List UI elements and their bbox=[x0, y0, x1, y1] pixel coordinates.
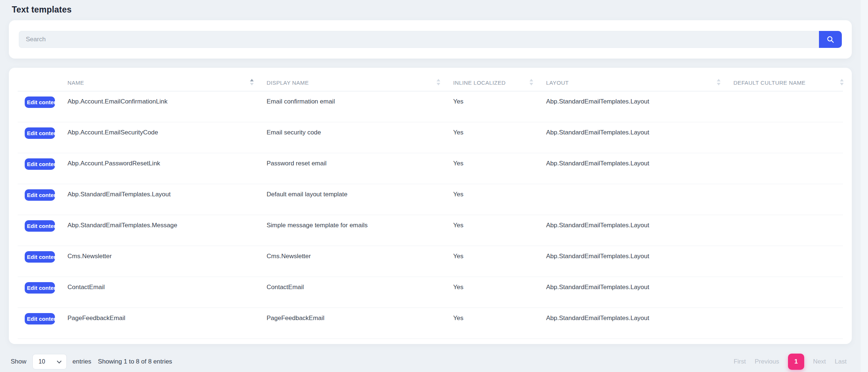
cell-layout: Abp.StandardEmailTemplates.Layout bbox=[540, 215, 727, 246]
pagination-1[interactable]: 1 bbox=[788, 354, 804, 370]
entries-summary: Showing 1 to 8 of 8 entries bbox=[98, 358, 172, 365]
table-row: Edit contents Abp.Account.PasswordResetL… bbox=[18, 153, 843, 184]
cell-default-culture-name bbox=[727, 215, 850, 246]
page-size-group: Show 10 entries Showing 1 to 8 of 8 entr… bbox=[11, 354, 172, 369]
column-header-label: DEFAULT CULTURE NAME bbox=[733, 80, 806, 86]
table-row: Edit contents ContactEmail ContactEmail … bbox=[18, 277, 843, 308]
cell-layout bbox=[540, 184, 727, 215]
edit-contents-button[interactable]: Edit contents bbox=[25, 251, 55, 263]
cell-display-name: Simple message template for emails bbox=[260, 215, 447, 246]
cell-default-culture-name bbox=[727, 308, 850, 338]
cell-display-name: Cms.Newsletter bbox=[260, 246, 447, 277]
edit-contents-button[interactable]: Edit contents bbox=[25, 313, 55, 324]
cell-actions: Edit contents bbox=[18, 184, 61, 215]
search-button[interactable] bbox=[819, 31, 842, 48]
cell-inline-localized: Yes bbox=[447, 308, 540, 338]
cell-actions: Edit contents bbox=[18, 246, 61, 277]
table-header-row: NAME DISPLAY NAME INLINE LOCALIZED LAYOU… bbox=[18, 68, 843, 91]
page-size-value: 10 bbox=[39, 358, 45, 365]
cell-name: Abp.Account.PasswordResetLink bbox=[61, 153, 260, 184]
sort-icon bbox=[530, 79, 533, 85]
cell-actions: Edit contents bbox=[18, 153, 61, 184]
cell-default-culture-name bbox=[727, 246, 850, 277]
cell-inline-localized: Yes bbox=[447, 91, 540, 122]
edit-contents-button[interactable]: Edit contents bbox=[25, 282, 55, 294]
table-footer: Show 10 entries Showing 1 to 8 of 8 entr… bbox=[9, 354, 852, 370]
column-header-actions bbox=[18, 68, 61, 91]
cell-layout: Abp.StandardEmailTemplates.Layout bbox=[540, 277, 727, 308]
pagination: FirstPrevious1NextLast bbox=[734, 354, 847, 370]
cell-default-culture-name bbox=[727, 184, 850, 215]
column-header-label: NAME bbox=[67, 80, 84, 86]
search-input[interactable] bbox=[19, 31, 819, 48]
table-row: Edit contents Abp.StandardEmailTemplates… bbox=[18, 184, 843, 215]
cell-name: Abp.StandardEmailTemplates.Layout bbox=[61, 184, 260, 215]
column-header-label: INLINE LOCALIZED bbox=[453, 80, 506, 86]
sort-icon bbox=[437, 79, 440, 85]
cell-layout: Abp.StandardEmailTemplates.Layout bbox=[540, 91, 727, 122]
table-row: Edit contents Abp.StandardEmailTemplates… bbox=[18, 215, 843, 246]
cell-actions: Edit contents bbox=[18, 215, 61, 246]
pagination-first[interactable]: First bbox=[734, 358, 746, 365]
edit-contents-button[interactable]: Edit contents bbox=[25, 189, 55, 201]
cell-actions: Edit contents bbox=[18, 308, 61, 338]
search-icon bbox=[826, 35, 834, 43]
table-row: Edit contents Abp.Account.EmailSecurityC… bbox=[18, 122, 843, 153]
cell-actions: Edit contents bbox=[18, 122, 61, 153]
search-group bbox=[19, 31, 842, 48]
cell-name: Abp.Account.EmailSecurityCode bbox=[61, 122, 260, 153]
page-title: Text templates bbox=[9, 0, 852, 20]
cell-default-culture-name bbox=[727, 91, 850, 122]
column-header-label: LAYOUT bbox=[546, 80, 569, 86]
search-card bbox=[9, 20, 852, 59]
cell-display-name: Email confirmation email bbox=[260, 91, 447, 122]
cell-display-name: ContactEmail bbox=[260, 277, 447, 308]
cell-layout: Abp.StandardEmailTemplates.Layout bbox=[540, 122, 727, 153]
table-body: Edit contents Abp.Account.EmailConfirmat… bbox=[18, 91, 843, 339]
column-header-label: DISPLAY NAME bbox=[267, 80, 309, 86]
cell-name: Abp.Account.EmailConfirmationLink bbox=[61, 91, 260, 122]
entries-label: entries bbox=[73, 358, 91, 365]
scrollbar-track[interactable] bbox=[861, 0, 868, 372]
cell-display-name: Email security code bbox=[260, 122, 447, 153]
cell-layout: Abp.StandardEmailTemplates.Layout bbox=[540, 308, 727, 338]
column-header-default-culture-name[interactable]: DEFAULT CULTURE NAME bbox=[727, 68, 850, 91]
column-header-name[interactable]: NAME bbox=[61, 68, 260, 91]
cell-name: Abp.StandardEmailTemplates.Message bbox=[61, 215, 260, 246]
templates-table-card: NAME DISPLAY NAME INLINE LOCALIZED LAYOU… bbox=[9, 68, 852, 344]
cell-default-culture-name bbox=[727, 277, 850, 308]
column-header-inline-localized[interactable]: INLINE LOCALIZED bbox=[447, 68, 540, 91]
cell-actions: Edit contents bbox=[18, 91, 61, 122]
table-row: Edit contents Cms.Newsletter Cms.Newslet… bbox=[18, 246, 843, 277]
cell-display-name: Default email layout template bbox=[260, 184, 447, 215]
text-templates-page: Text templates NAME DISPLAY NAME bbox=[0, 0, 861, 370]
cell-display-name: PageFeedbackEmail bbox=[260, 308, 447, 338]
cell-name: ContactEmail bbox=[61, 277, 260, 308]
cell-actions: Edit contents bbox=[18, 277, 61, 308]
cell-name: PageFeedbackEmail bbox=[61, 308, 260, 338]
cell-inline-localized: Yes bbox=[447, 215, 540, 246]
table-row: Edit contents PageFeedbackEmail PageFeed… bbox=[18, 308, 843, 339]
cell-inline-localized: Yes bbox=[447, 184, 540, 215]
sort-icon bbox=[717, 79, 721, 85]
pagination-next[interactable]: Next bbox=[813, 358, 826, 365]
pagination-previous[interactable]: Previous bbox=[755, 358, 779, 365]
cell-inline-localized: Yes bbox=[447, 277, 540, 308]
cell-layout: Abp.StandardEmailTemplates.Layout bbox=[540, 246, 727, 277]
show-label: Show bbox=[11, 358, 27, 365]
cell-name: Cms.Newsletter bbox=[61, 246, 260, 277]
column-header-display-name[interactable]: DISPLAY NAME bbox=[260, 68, 447, 91]
edit-contents-button[interactable]: Edit contents bbox=[25, 127, 55, 139]
table-row: Edit contents Abp.Account.EmailConfirmat… bbox=[18, 91, 843, 122]
cell-inline-localized: Yes bbox=[447, 153, 540, 184]
pagination-last[interactable]: Last bbox=[835, 358, 847, 365]
cell-inline-localized: Yes bbox=[447, 246, 540, 277]
edit-contents-button[interactable]: Edit contents bbox=[25, 158, 55, 170]
column-header-layout[interactable]: LAYOUT bbox=[540, 68, 727, 91]
edit-contents-button[interactable]: Edit contents bbox=[25, 96, 55, 108]
edit-contents-button[interactable]: Edit contents bbox=[25, 220, 55, 232]
cell-inline-localized: Yes bbox=[447, 122, 540, 153]
sort-icon bbox=[840, 79, 844, 85]
page-size-select[interactable]: 10 bbox=[32, 354, 67, 369]
cell-default-culture-name bbox=[727, 153, 850, 184]
